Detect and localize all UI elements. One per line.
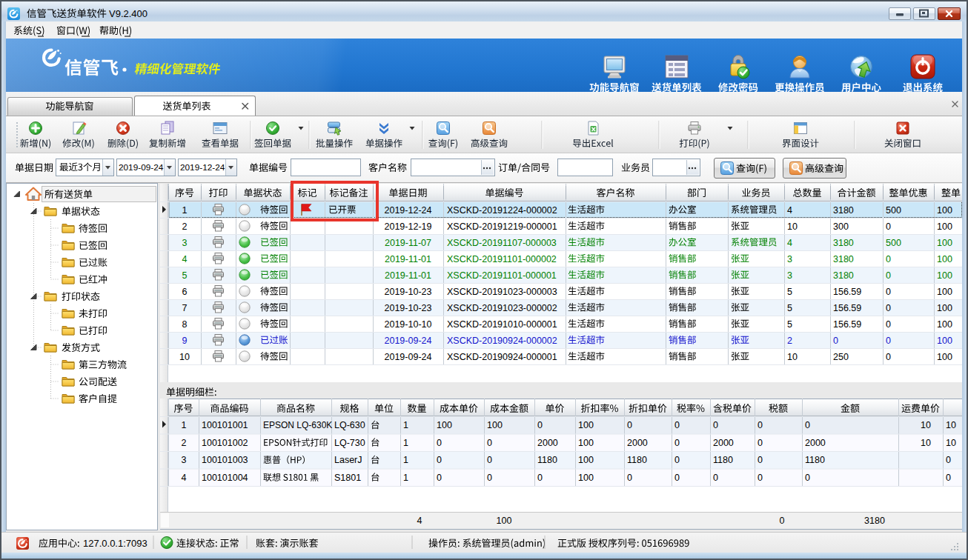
svg-text:2019-09-24: 2019-09-24	[385, 336, 432, 346]
svg-text:1: 1	[182, 205, 188, 216]
svg-text:156.59: 156.59	[833, 287, 861, 297]
svg-text:2019-12-24: 2019-12-24	[385, 205, 432, 216]
svg-text:0: 0	[487, 438, 492, 448]
svg-text:2019-10-10: 2019-10-10	[385, 319, 432, 330]
svg-text:3: 3	[182, 238, 188, 248]
svg-text:100101003: 100101003	[202, 455, 248, 465]
svg-text:5: 5	[787, 303, 792, 313]
svg-text:4: 4	[787, 205, 792, 216]
svg-text:0: 0	[487, 473, 492, 483]
svg-text:0: 0	[674, 420, 680, 430]
svg-text:LaserJ: LaserJ	[334, 455, 362, 465]
svg-text:3: 3	[787, 270, 792, 281]
svg-text:1: 1	[403, 455, 408, 465]
svg-text:S1801: S1801	[334, 473, 361, 483]
svg-text:100: 100	[937, 319, 952, 330]
svg-text:5: 5	[182, 270, 188, 281]
svg-text:100: 100	[937, 270, 952, 281]
svg-text:2: 2	[182, 438, 187, 448]
svg-text:6: 6	[182, 287, 188, 297]
svg-text:0: 0	[487, 455, 492, 465]
svg-text:0: 0	[886, 254, 891, 264]
svg-text:10: 10	[921, 438, 931, 448]
svg-text:2: 2	[182, 221, 188, 232]
svg-text:4: 4	[787, 238, 792, 248]
svg-text:0: 0	[713, 473, 718, 483]
svg-text:LQ-630: LQ-630	[334, 420, 365, 430]
svg-text:0: 0	[437, 455, 442, 465]
svg-text:XSCKD-20191101-000002: XSCKD-20191101-000002	[447, 254, 557, 264]
svg-text:2019-12-19: 2019-12-19	[385, 221, 432, 232]
svg-text:XSCKD-20190924-000001: XSCKD-20190924-000001	[447, 352, 557, 362]
svg-text:0: 0	[780, 516, 785, 526]
svg-text:4: 4	[182, 254, 188, 264]
svg-text:XSCKD-20191107-000003: XSCKD-20191107-000003	[447, 238, 557, 248]
svg-text:100: 100	[487, 420, 503, 430]
svg-text:0: 0	[437, 438, 442, 448]
svg-text:9: 9	[182, 336, 188, 346]
svg-text:3180: 3180	[864, 516, 885, 526]
svg-text:100101002: 100101002	[202, 438, 248, 448]
svg-text:2019-09-24: 2019-09-24	[385, 352, 432, 362]
svg-text:2019-12-24: 2019-12-24	[180, 162, 225, 173]
svg-text:3180: 3180	[833, 254, 854, 264]
svg-text:8: 8	[182, 319, 188, 330]
svg-text:2019-11-01: 2019-11-01	[385, 270, 431, 281]
svg-text:3: 3	[182, 455, 187, 465]
svg-text:500: 500	[886, 238, 901, 248]
svg-text:100: 100	[437, 420, 452, 430]
svg-text:2019-11-01: 2019-11-01	[385, 254, 431, 264]
svg-text:0: 0	[674, 438, 680, 448]
svg-text:2019-10-23: 2019-10-23	[385, 287, 432, 297]
svg-text:XSCKD-20190924-000002: XSCKD-20190924-000002	[447, 336, 557, 346]
svg-text:2019-09-24: 2019-09-24	[119, 162, 164, 173]
svg-text:0: 0	[674, 473, 680, 483]
svg-text:156.59: 156.59	[833, 303, 861, 313]
svg-text:LQ-730: LQ-730	[334, 438, 365, 448]
svg-text:0: 0	[946, 455, 951, 465]
svg-text:V9.2.400: V9.2.400	[109, 8, 147, 19]
svg-text:0: 0	[805, 473, 810, 483]
svg-text:0: 0	[805, 420, 810, 430]
svg-text:2019-11-07: 2019-11-07	[385, 238, 431, 248]
svg-text:3180: 3180	[833, 270, 854, 281]
svg-text:XSCKD-20191101-000001: XSCKD-20191101-000001	[447, 270, 557, 281]
svg-text:10: 10	[946, 420, 956, 430]
svg-text:10: 10	[946, 438, 956, 448]
svg-text:1180: 1180	[805, 455, 825, 465]
svg-text:100: 100	[937, 287, 952, 297]
svg-text:100: 100	[937, 238, 952, 248]
svg-text:0: 0	[946, 473, 951, 483]
svg-text:0: 0	[758, 420, 763, 430]
svg-text:0: 0	[886, 319, 891, 330]
svg-text:100: 100	[578, 438, 594, 448]
svg-text:0: 0	[758, 438, 763, 448]
svg-text:0: 0	[886, 303, 891, 313]
svg-text:3180: 3180	[833, 238, 854, 248]
svg-text:100: 100	[497, 516, 512, 526]
svg-text:1: 1	[403, 438, 408, 448]
svg-text:XSCKD-20191023-000002: XSCKD-20191023-000002	[447, 303, 557, 313]
svg-text:0: 0	[833, 336, 838, 346]
svg-text:10: 10	[787, 352, 798, 362]
svg-text:156.59: 156.59	[833, 319, 861, 330]
svg-text:XSCKD-20191219-000001: XSCKD-20191219-000001	[447, 221, 557, 232]
svg-text:0: 0	[886, 287, 891, 297]
svg-text:1180: 1180	[537, 455, 557, 465]
svg-text:2000: 2000	[627, 438, 648, 448]
svg-text:0: 0	[713, 420, 718, 430]
svg-text:500: 500	[886, 205, 901, 216]
svg-text:100: 100	[578, 455, 594, 465]
svg-text:0: 0	[627, 473, 632, 483]
svg-text:2019-10-23: 2019-10-23	[385, 303, 432, 313]
svg-text:100: 100	[937, 205, 952, 216]
svg-text:0: 0	[886, 336, 891, 346]
svg-text:XSCKD-20191010-000001: XSCKD-20191010-000001	[447, 319, 557, 330]
svg-text:1180: 1180	[627, 455, 647, 465]
svg-text:1: 1	[403, 473, 408, 483]
svg-text:0: 0	[437, 473, 442, 483]
svg-text:2000: 2000	[805, 438, 826, 448]
svg-text:100: 100	[937, 254, 952, 264]
svg-text:5: 5	[787, 287, 792, 297]
svg-text:7: 7	[182, 303, 188, 313]
